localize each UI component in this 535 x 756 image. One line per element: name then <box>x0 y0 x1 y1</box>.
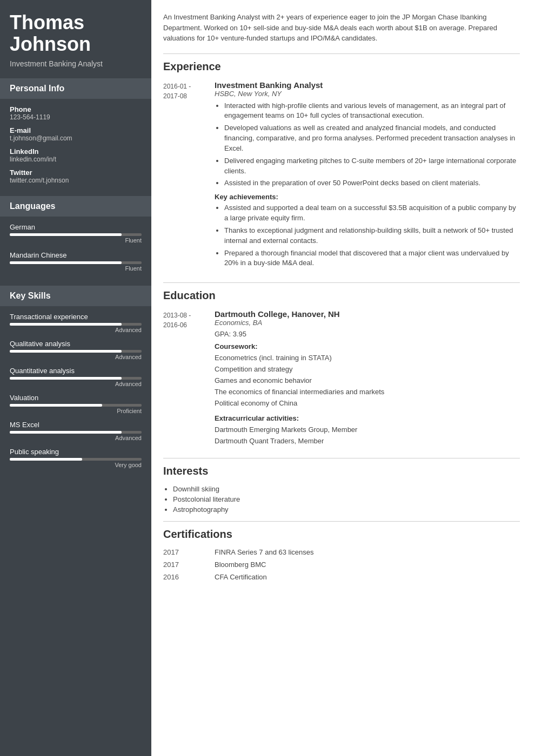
skills-section: Transactional experience Advanced Qualit… <box>0 306 151 481</box>
skill-name: Transactional experience <box>10 313 142 321</box>
certification-row: 2017 Bloomberg BMC <box>163 561 520 569</box>
cert-name: FINRA Series 7 and 63 licenses <box>215 548 314 556</box>
twitter-value: twitter.com/t.johnson <box>10 177 142 184</box>
skill-name: MS Excel <box>10 421 142 429</box>
cert-name: Bloomberg BMC <box>215 561 266 569</box>
skill-item: Quantitative analysis Advanced <box>10 367 142 387</box>
language-name: German <box>10 223 142 231</box>
cert-year: 2017 <box>163 561 215 569</box>
skill-level: Advanced <box>10 354 142 360</box>
personal-info-heading: Personal Info <box>0 78 151 99</box>
key-achievements-label: Key achievements: <box>215 193 520 201</box>
skill-bar-bg <box>10 458 142 461</box>
main-content: An Investment Banking Analyst with 2+ ye… <box>151 0 535 756</box>
language-level: Fluent <box>10 265 142 272</box>
languages-section: German Fluent Mandarin Chinese Fluent <box>0 217 151 286</box>
language-level: Fluent <box>10 237 142 244</box>
certifications-container: 2017 FINRA Series 7 and 63 licenses 2017… <box>163 548 520 581</box>
skills-heading: Key Skills <box>0 286 151 306</box>
coursework-item: Political economy of China <box>215 398 520 409</box>
linkedin-value: linkedin.com/in/t <box>10 156 142 163</box>
skill-level: Advanced <box>10 327 142 333</box>
skill-level: Very good <box>10 462 142 468</box>
interests-list: Downhill skiingPostcolonial literatureAs… <box>163 485 520 514</box>
skill-item: Public speaking Very good <box>10 448 142 468</box>
experience-container: 2016-01 -2017-08 Investment Banking Anal… <box>163 80 520 272</box>
entry-date: 2013-08 -2016-06 <box>163 309 215 447</box>
achievement-item: Assisted and supported a deal team on a … <box>224 203 520 224</box>
skill-item: Transactional experience Advanced <box>10 313 142 333</box>
coursework-item: The economics of financial intermediarie… <box>215 387 520 398</box>
achievement-item: Thanks to exceptional judgment and relat… <box>224 226 520 246</box>
skill-bar-fill <box>10 377 122 380</box>
entry-title: Investment Banking Analyst <box>215 80 520 90</box>
skill-bar-bg <box>10 404 142 407</box>
personal-info-section: Phone 123-564-1119 E-mail t.johnson@gmai… <box>0 99 151 196</box>
coursework-label: Coursework: <box>215 342 520 350</box>
certifications-section-title: Certifications <box>163 528 520 541</box>
achievement-item: Prepared a thorough financial model that… <box>224 248 520 269</box>
entry-body: Dartmouth College, Hanover, NH Economics… <box>215 309 520 447</box>
entry-subtitle: HSBC, New York, NY <box>215 90 520 98</box>
email-label: E-mail <box>10 126 142 134</box>
bullets-list: Interacted with high-profile clients and… <box>215 101 520 189</box>
interest-item: Downhill skiing <box>173 485 520 493</box>
certification-row: 2016 CFA Certification <box>163 573 520 581</box>
language-bar-fill <box>10 233 122 236</box>
skill-bar-fill <box>10 323 122 326</box>
interest-item: Postcolonial literature <box>173 495 520 503</box>
language-bar-bg <box>10 233 142 236</box>
experience-section-title: Experience <box>163 60 520 73</box>
experience-entry: 2016-01 -2017-08 Investment Banking Anal… <box>163 80 520 272</box>
interests-section-title: Interests <box>163 465 520 477</box>
skill-name: Valuation <box>10 394 142 402</box>
skill-bar-fill <box>10 431 122 434</box>
skill-name: Public speaking <box>10 448 142 456</box>
coursework-item: Games and economic behavior <box>215 375 520 387</box>
achievements-list: Assisted and supported a deal team on a … <box>215 203 520 268</box>
language-bar-fill <box>10 261 122 264</box>
skill-level: Advanced <box>10 435 142 441</box>
phone-item: Phone 123-564-1119 <box>10 105 142 121</box>
sidebar-header: ThomasJohnson Investment Banking Analyst <box>0 0 151 78</box>
skill-level: Proficient <box>10 408 142 414</box>
coursework-item: Competition and strategy <box>215 364 520 375</box>
summary-text: An Investment Banking Analyst with 2+ ye… <box>163 12 520 44</box>
skill-item: MS Excel Advanced <box>10 421 142 441</box>
skill-name: Qualitative analysis <box>10 340 142 348</box>
entry-title: Dartmouth College, Hanover, NH <box>215 309 520 319</box>
education-container: 2013-08 -2016-06 Dartmouth College, Hano… <box>163 309 520 447</box>
language-item: Mandarin Chinese Fluent <box>10 251 142 272</box>
interest-item: Astrophotography <box>173 505 520 514</box>
coursework-list: Econometrics (incl. training in STATA)Co… <box>215 353 520 409</box>
bullet-item: Interacted with high-profile clients and… <box>224 101 520 122</box>
bullet-item: Delivered engaging marketing pitches to … <box>224 156 520 177</box>
phone-label: Phone <box>10 105 142 113</box>
coursework-item: Econometrics (incl. training in STATA) <box>215 353 520 364</box>
language-item: German Fluent <box>10 223 142 244</box>
extra-list: Dartmouth Emerging Markets Group, Member… <box>215 424 520 447</box>
skill-name: Quantitative analysis <box>10 367 142 375</box>
skill-bar-fill <box>10 458 82 461</box>
cert-name: CFA Certification <box>215 573 267 581</box>
twitter-item: Twitter twitter.com/t.johnson <box>10 168 142 184</box>
candidate-name: ThomasJohnson <box>10 12 142 55</box>
twitter-label: Twitter <box>10 168 142 177</box>
entry-date: 2016-01 -2017-08 <box>163 80 215 272</box>
skill-level: Advanced <box>10 381 142 387</box>
gpa: GPA: 3.95 <box>215 330 520 338</box>
skill-item: Valuation Proficient <box>10 394 142 414</box>
skill-bar-bg <box>10 431 142 434</box>
language-bar-bg <box>10 261 142 264</box>
entry-body: Investment Banking Analyst HSBC, New Yor… <box>215 80 520 272</box>
skill-bar-bg <box>10 377 142 380</box>
skill-bar-bg <box>10 323 142 326</box>
extra-label: Extracurricular activities: <box>215 414 520 422</box>
skill-bar-fill <box>10 350 122 353</box>
entry-subtitle: Economics, BA <box>215 319 520 327</box>
certification-row: 2017 FINRA Series 7 and 63 licenses <box>163 548 520 556</box>
bullet-item: Assisted in the preparation of over 50 P… <box>224 178 520 188</box>
linkedin-label: LinkedIn <box>10 147 142 156</box>
extra-item: Dartmouth Emerging Markets Group, Member <box>215 424 520 436</box>
skill-bar-bg <box>10 350 142 353</box>
